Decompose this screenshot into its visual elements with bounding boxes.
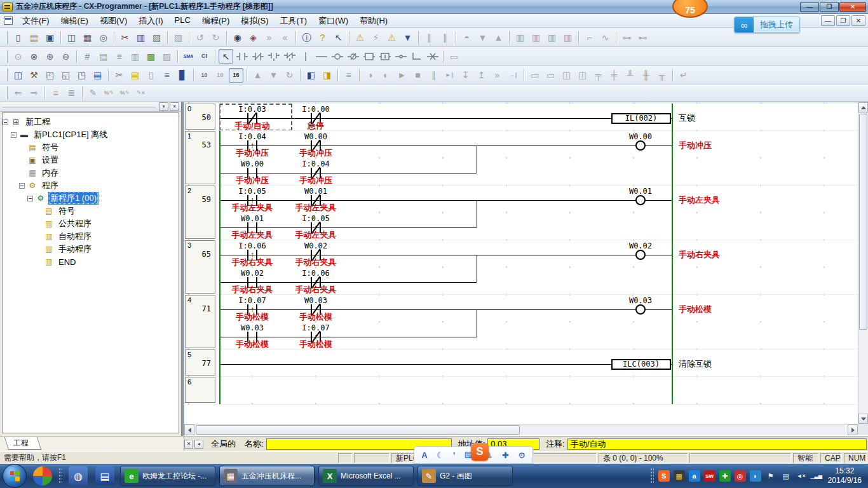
pinned-browser-icon[interactable]: ◍	[69, 466, 88, 485]
sim-to-end-button[interactable]: →∣	[506, 68, 520, 83]
simulator-online-button[interactable]: ◑	[363, 68, 377, 83]
pen-delete-button[interactable]: ✎×	[133, 86, 148, 100]
undo-button[interactable]: ↺	[193, 30, 207, 44]
refresh-button[interactable]: ↻	[282, 68, 297, 83]
new-closed-contact-tool-button[interactable]	[250, 49, 265, 64]
antivirus-tray-icon[interactable]: ✚	[719, 470, 731, 482]
close-button[interactable]: ✕	[839, 2, 866, 12]
go-next-button[interactable]: ▼	[266, 68, 281, 83]
show-comments-button[interactable]: ▤	[96, 49, 111, 64]
zoom-region-button[interactable]: ⊗	[27, 49, 41, 64]
ime-skin-icon[interactable]: ✚	[502, 451, 509, 460]
cross-reference-button[interactable]: ▨	[159, 49, 174, 64]
ladder-output-coil[interactable]	[635, 140, 646, 151]
zoom-in-button[interactable]: ⊕	[43, 49, 57, 64]
sim-step-over-button[interactable]: ↥	[474, 68, 489, 83]
distribute-middle-button[interactable]: ╪	[607, 68, 621, 83]
rung-margin[interactable]: 577	[185, 349, 215, 376]
pen-percent-button[interactable]: %✎	[102, 86, 116, 100]
menu-i[interactable]: 插入(I)	[133, 14, 168, 28]
tree-item-program-section[interactable]: ▥手动程序	[3, 243, 179, 255]
replace-button[interactable]: ◈	[246, 30, 261, 44]
ladder-output-coil[interactable]	[635, 195, 646, 205]
align-top-edge-button[interactable]: ≣	[64, 86, 79, 100]
pause-monitoring-button[interactable]: ∥	[422, 30, 437, 44]
tree-item-plc-device[interactable]: ▬新PLC1[CP1E] 离线	[3, 128, 179, 141]
scroll-left-button[interactable]	[184, 424, 194, 435]
toggle-monitoring-button[interactable]: ▥	[513, 30, 527, 44]
tree-expander[interactable]	[27, 196, 33, 201]
vertical-line-tool-button[interactable]	[298, 49, 313, 64]
menu-v[interactable]: 视图(V)	[94, 14, 133, 28]
rung-margin[interactable]: 6	[185, 377, 215, 403]
cut-button[interactable]: ✂	[118, 30, 132, 44]
sim-step-in-button[interactable]: ↧	[458, 68, 473, 83]
simulator-offline-button[interactable]: ◐	[379, 68, 393, 83]
horizontal-scroll-thumb[interactable]	[196, 425, 520, 435]
volume-muted-icon[interactable]: ◄×	[796, 470, 807, 482]
cycle-time-button[interactable]: ⊶	[620, 30, 634, 44]
safety-tray-icon[interactable]: ◎	[735, 470, 746, 482]
new-contact-tool-button[interactable]	[234, 49, 249, 64]
find-button[interactable]: ◉	[230, 30, 245, 44]
scroll-down-button[interactable]	[858, 414, 868, 424]
address-reference-list-button[interactable]: ≡	[159, 68, 174, 83]
monitor-binary-button[interactable]: ▊	[175, 68, 190, 83]
cascade-windows-button[interactable]: ◫	[11, 68, 25, 83]
solidworks-tray-icon[interactable]: SW	[704, 470, 715, 482]
toolbox-button[interactable]: ⚒	[27, 68, 41, 83]
online-edit-button[interactable]: ⌐	[582, 30, 597, 44]
taskbar-button-cx-programmer[interactable]: ▦五金冲压机床程...	[219, 466, 315, 486]
io-comment-view-button[interactable]: ▩	[144, 49, 158, 64]
display-hex-button[interactable]: 16	[229, 68, 243, 83]
indent-decrease-button[interactable]: ⇐	[11, 86, 25, 100]
print-button[interactable]: ▦	[80, 30, 95, 44]
sim-continuous-button[interactable]: »	[490, 68, 505, 83]
drag-upload-button[interactable]: ∞ 拖拽上传	[734, 17, 800, 33]
action-center-flag-icon[interactable]: ⚑	[765, 470, 776, 482]
netdisk-tray-icon[interactable]: a	[689, 470, 700, 482]
context-help-button[interactable]: ↖	[331, 30, 346, 44]
start-button[interactable]	[3, 464, 27, 488]
pen-tool-button[interactable]: ✎	[86, 86, 100, 100]
messenger-tray-icon[interactable]: ◗	[750, 470, 761, 482]
ladder-instruction-box[interactable]: IL(002)	[611, 113, 671, 124]
distribute-top-button[interactable]: ╤	[591, 68, 606, 83]
tree-item-memory[interactable]: ▦内存	[3, 166, 179, 179]
horizontal-line-tool-button[interactable]	[314, 49, 329, 64]
transfer-to-plc-button[interactable]: ▼	[400, 30, 415, 44]
return-jump-button[interactable]: ↵	[676, 68, 691, 83]
display-decimal-button[interactable]: 10	[197, 68, 212, 83]
ladder-instruction-box[interactable]: ILC(003)	[611, 359, 671, 370]
tree-item-programs-folder[interactable]: ⚙程序	[3, 179, 179, 192]
work-online-button[interactable]: ◓	[459, 30, 474, 44]
horizontal-scrollbar[interactable]	[184, 424, 858, 435]
scheduler-tray-icon[interactable]: ▦	[674, 470, 685, 482]
vertical-scrollbar[interactable]	[858, 102, 868, 424]
compile-button[interactable]: ⚠	[353, 30, 367, 44]
rung-annotation-list-button[interactable]: ≡	[112, 49, 126, 64]
mnemonics-view-button[interactable]: SMA	[181, 49, 196, 64]
child-restore-button[interactable]: ❐	[836, 15, 850, 26]
menu-t[interactable]: 工具(T)	[275, 14, 313, 28]
fieldbar-close-button[interactable]: ✕	[184, 440, 193, 449]
ime-mode-icon[interactable]: A	[421, 451, 427, 460]
align-ios2-button[interactable]: ▭	[543, 68, 558, 83]
pen-percent2-button[interactable]: %✎	[118, 86, 132, 100]
program-mode-button[interactable]: ▥	[545, 30, 559, 44]
align-left-edge-button[interactable]: ≡	[48, 86, 63, 100]
transfer-download-button[interactable]: ▼	[475, 30, 490, 44]
menu-p[interactable]: 编程(P)	[196, 14, 235, 28]
menu-plc[interactable]: PLC	[169, 14, 196, 28]
tree-expander[interactable]	[19, 183, 25, 189]
menu-e[interactable]: 编辑(E)	[55, 14, 94, 28]
ladder-output-coil[interactable]	[635, 250, 646, 260]
restore-button[interactable]: ❐	[820, 2, 839, 12]
tree-item-symbol-table[interactable]: ▤符号	[3, 205, 179, 217]
tree-expander[interactable]	[3, 119, 8, 125]
monitor-in-rung-button[interactable]: ▥	[128, 49, 142, 64]
tile-horizontal-button[interactable]: ◰	[43, 68, 57, 83]
transfer-upload-button[interactable]: ▲	[491, 30, 506, 44]
sim-pause-button[interactable]: ∥	[426, 68, 441, 83]
paste-special-button[interactable]: ▧	[171, 30, 186, 44]
